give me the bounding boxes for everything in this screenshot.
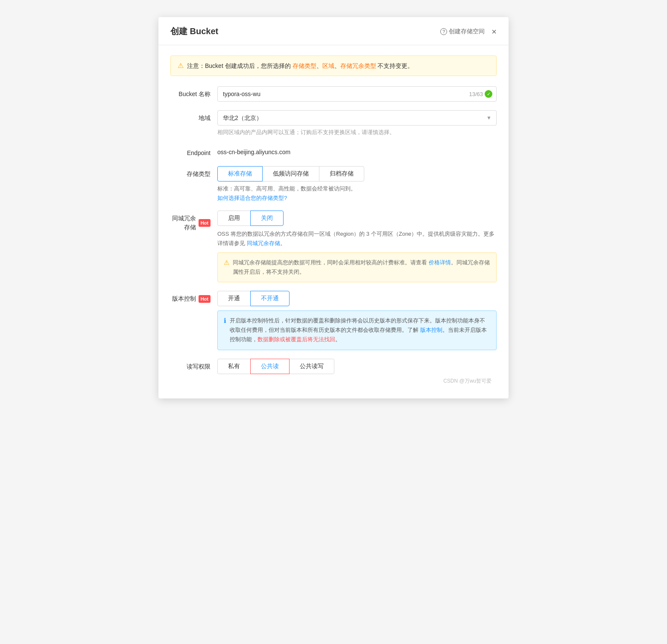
endpoint-label: Endpoint: [170, 145, 217, 158]
redundancy-label: 同城冗余存储: [170, 214, 196, 232]
region-label: 地域: [170, 110, 217, 123]
redundancy-content: 启用 关闭 OSS 将您的数据以冗余的方式存储在同一区域（Region）的 3 …: [217, 211, 497, 282]
bucket-name-row: Bucket 名称 13/63 ✓: [170, 86, 497, 102]
redundancy-notice-bar: ⚠ 同城冗余存储能提高您的数据可用性，同时会采用相对较高的计费标准。请查看 价格…: [217, 252, 497, 282]
help-icon: ?: [440, 28, 447, 35]
region-row: 地域 华北2（北京） ▼ 相同区域内的产品内网可以互通；订购后不支持更换区域，请…: [170, 110, 497, 137]
version-info-icon: ℹ: [224, 317, 226, 325]
region-content: 华北2（北京） ▼ 相同区域内的产品内网可以互通；订购后不支持更换区域，请谨慎选…: [217, 110, 497, 137]
dialog-header: 创建 Bucket ? 创建存储空间 ×: [158, 17, 509, 45]
readwrite-option-private[interactable]: 私有: [217, 359, 251, 374]
bucket-name-label: Bucket 名称: [170, 86, 217, 99]
notice-prefix: 注意：Bucket 创建成功后，您所选择的: [187, 62, 293, 69]
header-right: ? 创建存储空间 ×: [440, 27, 497, 36]
storage-hint: 标准：高可靠、高可用、高性能，数据会经常被访问到。: [217, 185, 497, 193]
region-select-wrapper: 华北2（北京） ▼: [217, 110, 497, 126]
notice-highlight3: 存储冗余类型: [340, 62, 376, 69]
version-content: 开通 不开通 ℹ 开启版本控制特性后，针对数据的覆盖和删除操作将会以历史版本的形…: [217, 291, 497, 350]
notice-text: 注意：Bucket 创建成功后，您所选择的 存储类型、区域、存储冗余类型 不支持…: [187, 61, 413, 70]
notice-suffix: 不支持变更。: [376, 62, 414, 69]
version-hot-badge: Hot: [199, 295, 211, 303]
version-option-enable[interactable]: 开通: [217, 291, 251, 306]
redundancy-notice-text: 同城冗余存储能提高您的数据可用性，同时会采用相对较高的计费标准。请查看 价格详情…: [233, 258, 490, 277]
redundancy-row: 同城冗余存储 Hot 启用 关闭 OSS 将您的数据以冗余的方式存储在同一区域（…: [170, 211, 497, 282]
version-option-disable[interactable]: 不开通: [250, 291, 290, 306]
version-control-link[interactable]: 版本控制: [420, 327, 442, 333]
dialog-title: 创建 Bucket: [170, 26, 218, 37]
redundancy-price-link[interactable]: 价格详情: [429, 259, 451, 266]
redundancy-label-group: 同城冗余存储 Hot: [170, 214, 211, 232]
version-warning-link[interactable]: 数据删除或被覆盖后将无法找回: [257, 336, 335, 342]
redundancy-hot-badge: Hot: [199, 219, 211, 227]
redundancy-desc: OSS 将您的数据以冗余的方式存储在同一区域（Region）的 3 个可用区（Z…: [217, 229, 497, 248]
redundancy-label-wrapper: 同城冗余存储 Hot: [170, 211, 217, 232]
watermark: CSDN @万wu暂可爱: [170, 374, 497, 386]
region-select[interactable]: 华北2（北京）: [217, 110, 497, 126]
bucket-name-count: 13/63 ✓: [469, 90, 492, 98]
redundancy-btn-group: 启用 关闭: [217, 211, 497, 226]
readwrite-option-public-read[interactable]: 公共读: [250, 359, 290, 374]
storage-content: 标准存储 低频访问存储 归档存储 标准：高可靠、高可用、高性能，数据会经常被访问…: [217, 166, 497, 202]
readwrite-row: 读写权限 私有 公共读 公共读写: [170, 359, 497, 374]
help-text: 创建存储空间: [449, 28, 485, 35]
endpoint-row: Endpoint oss-cn-beijing.aliyuncs.com: [170, 145, 497, 158]
notice-sep2: 、: [334, 62, 340, 69]
redundancy-option-enable[interactable]: 启用: [217, 211, 251, 226]
redundancy-desc-link[interactable]: 同城冗余存储: [247, 240, 280, 246]
version-btn-group: 开通 不开通: [217, 291, 497, 306]
endpoint-content: oss-cn-beijing.aliyuncs.com: [217, 145, 497, 155]
notice-highlight1: 存储类型: [293, 62, 316, 69]
readwrite-btn-group: 私有 公共读 公共读写: [217, 359, 497, 374]
version-label: 版本控制: [172, 294, 196, 303]
version-row: 版本控制 Hot 开通 不开通 ℹ 开启版本控制特性后，针对数据的覆盖和删除操作…: [170, 291, 497, 350]
bucket-name-input-wrapper: 13/63 ✓: [217, 86, 497, 102]
readwrite-label: 读写权限: [170, 359, 217, 371]
check-circle-icon: ✓: [485, 90, 492, 98]
storage-row: 存储类型 标准存储 低频访问存储 归档存储 标准：高可靠、高可用、高性能，数据会…: [170, 166, 497, 202]
create-bucket-dialog: 创建 Bucket ? 创建存储空间 × ⚠ 注意：Bucket 创建成功后，您…: [158, 17, 509, 398]
version-notice-text: 开启版本控制特性后，针对数据的覆盖和删除操作将会以历史版本的形式保存下来。版本控…: [230, 316, 490, 344]
readwrite-option-public-readwrite[interactable]: 公共读写: [289, 359, 334, 374]
notice-sep1: 、: [316, 62, 322, 69]
dialog-body: ⚠ 注意：Bucket 创建成功后，您所选择的 存储类型、区域、存储冗余类型 不…: [158, 45, 509, 398]
bucket-name-input[interactable]: [217, 86, 497, 102]
redundancy-warning-icon: ⚠: [224, 259, 229, 266]
storage-option-standard[interactable]: 标准存储: [217, 166, 263, 181]
close-button[interactable]: ×: [491, 27, 497, 36]
warning-icon: ⚠: [178, 61, 184, 70]
notice-bar: ⚠ 注意：Bucket 创建成功后，您所选择的 存储类型、区域、存储冗余类型 不…: [170, 56, 497, 76]
storage-option-archive[interactable]: 归档存储: [319, 166, 364, 181]
version-label-wrapper: 版本控制 Hot: [170, 291, 217, 303]
storage-option-low-freq[interactable]: 低频访问存储: [262, 166, 319, 181]
redundancy-option-disable[interactable]: 关闭: [250, 211, 284, 226]
readwrite-content: 私有 公共读 公共读写: [217, 359, 497, 374]
region-hint: 相同区域内的产品内网可以互通；订购后不支持更换区域，请谨慎选择。: [217, 128, 497, 137]
notice-highlight2: 区域: [322, 62, 334, 69]
storage-btn-group: 标准存储 低频访问存储 归档存储: [217, 166, 497, 181]
version-label-group: 版本控制 Hot: [170, 294, 211, 303]
storage-type-help-link[interactable]: 如何选择适合您的存储类型?: [217, 194, 497, 202]
help-link[interactable]: ? 创建存储空间: [440, 28, 485, 35]
storage-label: 存储类型: [170, 166, 217, 179]
endpoint-value: oss-cn-beijing.aliyuncs.com: [217, 145, 497, 155]
version-notice-bar: ℹ 开启版本控制特性后，针对数据的覆盖和删除操作将会以历史版本的形式保存下来。版…: [217, 310, 497, 350]
bucket-name-content: 13/63 ✓: [217, 86, 497, 102]
